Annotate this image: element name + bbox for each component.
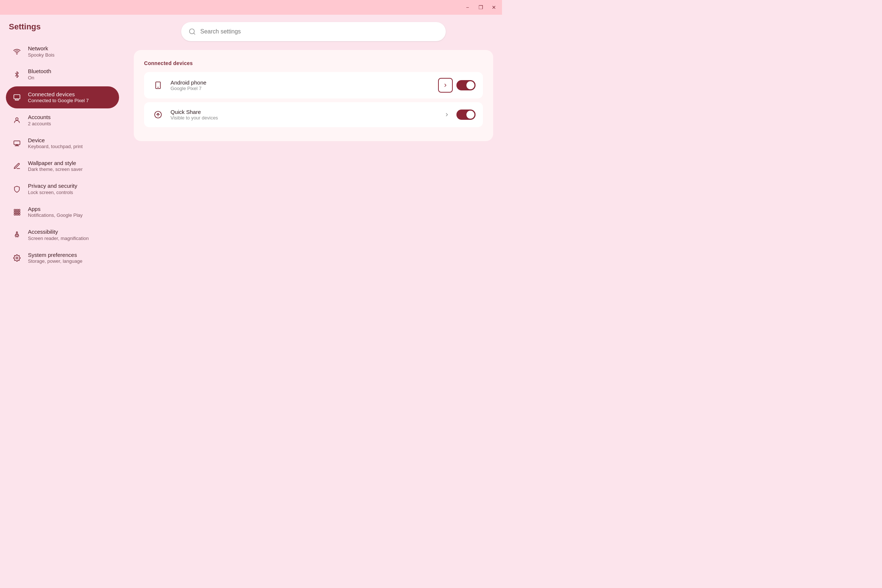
sidebar-item-apps[interactable]: Apps Notifications, Google Play xyxy=(6,201,119,223)
sidebar: Settings Network Spooky Bois Bluetooth xyxy=(0,15,125,329)
accessibility-sub: Screen reader, magnification xyxy=(28,236,88,242)
app-container: Settings Network Spooky Bois Bluetooth xyxy=(0,15,502,329)
svg-rect-14 xyxy=(16,213,18,215)
sidebar-item-wallpaper[interactable]: Wallpaper and style Dark theme, screen s… xyxy=(6,155,119,177)
quick-share-actions xyxy=(441,109,476,120)
accessibility-label: Accessibility xyxy=(28,228,88,236)
content-panel: Connected devices Android phone Google P… xyxy=(134,50,493,141)
bluetooth-icon xyxy=(12,69,22,80)
system-icon xyxy=(12,253,22,263)
device-icon xyxy=(12,138,22,148)
svg-rect-13 xyxy=(14,213,16,215)
search-icon xyxy=(189,28,196,35)
svg-rect-11 xyxy=(16,212,18,213)
android-phone-toggle[interactable] xyxy=(456,80,476,90)
apps-sub: Notifications, Google Play xyxy=(28,212,82,219)
apps-label: Apps xyxy=(28,206,82,213)
phone-icon xyxy=(152,79,165,92)
accounts-sub: 2 accounts xyxy=(28,121,51,127)
bluetooth-sub: On xyxy=(28,75,51,81)
connected-devices-icon xyxy=(12,92,22,102)
connected-devices-sub: Connected to Google Pixel 7 xyxy=(28,98,89,104)
wallpaper-icon xyxy=(12,161,22,171)
sidebar-item-device[interactable]: Device Keyboard, touchpad, print xyxy=(6,132,119,154)
sidebar-item-accessibility[interactable]: Accessibility Screen reader, magnificati… xyxy=(6,224,119,246)
system-label: System preferences xyxy=(28,251,82,259)
svg-rect-5 xyxy=(14,141,20,144)
svg-line-19 xyxy=(194,33,195,34)
svg-rect-12 xyxy=(18,212,20,213)
svg-point-17 xyxy=(16,257,18,259)
sidebar-item-bluetooth[interactable]: Bluetooth On xyxy=(6,63,119,85)
close-button[interactable]: ✕ xyxy=(490,4,498,11)
wallpaper-label: Wallpaper and style xyxy=(28,159,82,167)
accounts-label: Accounts xyxy=(28,114,51,121)
network-sub: Spooky Bois xyxy=(28,52,54,58)
svg-rect-15 xyxy=(18,213,20,215)
android-phone-arrow-button[interactable] xyxy=(438,78,453,93)
apps-icon xyxy=(12,207,22,217)
svg-rect-7 xyxy=(14,209,16,211)
android-phone-sub: Google Pixel 7 xyxy=(171,86,432,91)
wallpaper-sub: Dark theme, screen saver xyxy=(28,166,82,173)
privacy-icon xyxy=(12,184,22,194)
svg-point-4 xyxy=(16,118,18,120)
wifi-icon xyxy=(12,46,22,57)
minimize-button[interactable]: − xyxy=(464,4,471,11)
search-bar-wrapper xyxy=(134,22,493,41)
app-title: Settings xyxy=(6,22,119,32)
chevron-right-icon xyxy=(443,82,448,88)
quick-share-row[interactable]: Quick Share Visible to your devices xyxy=(144,102,483,127)
svg-rect-10 xyxy=(14,212,16,213)
maximize-button[interactable]: ❐ xyxy=(477,4,484,11)
sidebar-item-system[interactable]: System preferences Storage, power, langu… xyxy=(6,247,119,269)
sidebar-item-accounts[interactable]: Accounts 2 accounts xyxy=(6,109,119,131)
privacy-label: Privacy and security xyxy=(28,182,77,190)
svg-rect-1 xyxy=(14,94,20,99)
accessibility-icon xyxy=(12,230,22,240)
quick-share-arrow-button[interactable] xyxy=(441,109,453,120)
android-phone-name: Android phone xyxy=(171,80,432,86)
privacy-sub: Lock screen, controls xyxy=(28,190,77,196)
network-label: Network xyxy=(28,45,54,52)
search-input[interactable] xyxy=(200,28,438,35)
svg-point-0 xyxy=(16,54,17,54)
device-label: Device xyxy=(28,137,82,144)
svg-rect-8 xyxy=(16,209,18,211)
quick-share-sub: Visible to your devices xyxy=(171,115,435,120)
chevron-right-plain-icon xyxy=(444,112,450,117)
svg-point-16 xyxy=(16,232,17,233)
accounts-icon xyxy=(12,115,22,125)
quick-share-toggle[interactable] xyxy=(456,110,476,120)
sidebar-item-privacy[interactable]: Privacy and security Lock screen, contro… xyxy=(6,178,119,200)
quick-share-name: Quick Share xyxy=(171,109,435,115)
android-phone-actions xyxy=(438,78,476,93)
main-content: Connected devices Android phone Google P… xyxy=(125,15,502,329)
search-bar[interactable] xyxy=(181,22,446,41)
android-phone-row[interactable]: Android phone Google Pixel 7 xyxy=(144,72,483,99)
bluetooth-label: Bluetooth xyxy=(28,68,51,75)
connected-devices-label: Connected devices xyxy=(28,91,89,98)
device-sub: Keyboard, touchpad, print xyxy=(28,144,82,150)
sidebar-item-network[interactable]: Network Spooky Bois xyxy=(6,40,119,63)
title-bar: − ❐ ✕ xyxy=(0,0,502,15)
system-sub: Storage, power, language xyxy=(28,258,82,265)
section-title: Connected devices xyxy=(144,60,483,66)
svg-rect-9 xyxy=(18,209,20,211)
quick-share-icon xyxy=(152,108,165,121)
sidebar-item-connected-devices[interactable]: Connected devices Connected to Google Pi… xyxy=(6,86,119,108)
